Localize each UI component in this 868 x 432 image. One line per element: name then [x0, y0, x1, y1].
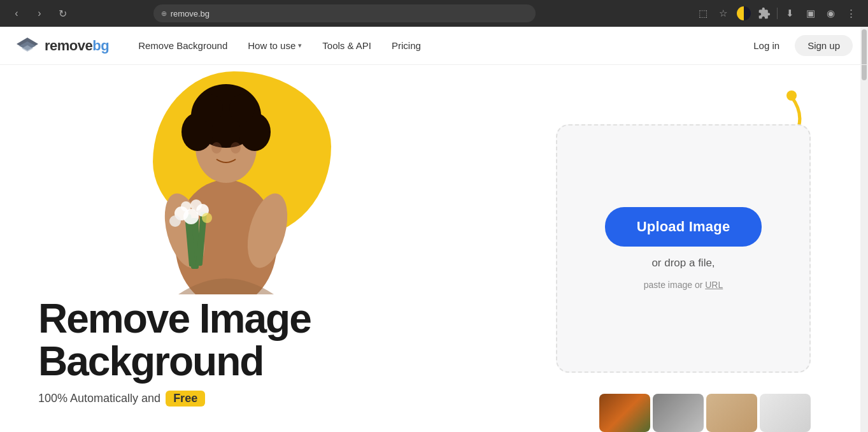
- address-bar[interactable]: ⊕ remove.bg: [153, 4, 536, 22]
- sidebar-icon[interactable]: ▣: [802, 4, 820, 22]
- nav-remove-background[interactable]: Remove Background: [129, 35, 236, 56]
- hero-image: [115, 65, 357, 294]
- divider: [777, 8, 778, 19]
- svg-point-14: [231, 142, 241, 154]
- nav-how-to-use[interactable]: How to use ▾: [239, 35, 311, 56]
- svg-point-12: [229, 94, 255, 122]
- svg-point-23: [202, 213, 212, 223]
- sample-thumb-2[interactable]: [653, 394, 704, 432]
- chrome-menu[interactable]: ⋮: [843, 4, 860, 22]
- sample-thumb-3[interactable]: [706, 394, 757, 432]
- svg-point-24: [169, 215, 181, 227]
- forward-button[interactable]: ›: [31, 4, 48, 22]
- screen-capture-icon[interactable]: ⬚: [694, 4, 712, 22]
- url-link[interactable]: URL: [705, 280, 723, 290]
- svg-point-25: [786, 90, 797, 101]
- nav-tools-api[interactable]: Tools & API: [313, 35, 380, 56]
- sample-images: [599, 394, 811, 432]
- svg-point-11: [197, 94, 223, 122]
- svg-point-22: [181, 201, 191, 212]
- bookmark-icon[interactable]: ☆: [715, 4, 732, 22]
- signup-button[interactable]: Sign up: [795, 35, 853, 56]
- hero-right: Upload Image or drop a file, paste image…: [537, 65, 830, 432]
- nav-pricing[interactable]: Pricing: [383, 35, 430, 56]
- hero-left: Remove Image Background 100% Automatical…: [38, 65, 537, 432]
- hero-title: Remove Image Background: [38, 298, 537, 383]
- chevron-down-icon: ▾: [298, 41, 302, 50]
- puzzle-icon: [758, 7, 771, 20]
- free-badge: Free: [166, 391, 205, 407]
- speedtest-icon[interactable]: ◉: [822, 4, 840, 22]
- download-icon[interactable]: ⬇: [781, 4, 799, 22]
- svg-point-13: [211, 142, 222, 154]
- hero-subtitle: 100% Automatically and Free: [38, 391, 537, 407]
- theme-toggle[interactable]: [735, 4, 753, 22]
- svg-point-21: [190, 199, 202, 211]
- back-button[interactable]: ‹: [8, 4, 25, 22]
- browser-right-controls: ⬚ ☆ ⬇ ▣ ◉ ⋮: [694, 4, 860, 22]
- nav-right: Log in Sign up: [743, 35, 853, 56]
- url-text: remove.bg: [171, 9, 210, 18]
- hero-heading: Remove Image Background 100% Automatical…: [38, 298, 537, 407]
- person-illustration: [127, 65, 331, 294]
- theme-icon: [737, 6, 751, 20]
- login-button[interactable]: Log in: [743, 35, 790, 56]
- navbar: removebg Remove Background How to use ▾ …: [0, 27, 868, 65]
- upload-image-button[interactable]: Upload Image: [605, 207, 762, 247]
- drop-file-text: or drop a file,: [651, 257, 715, 270]
- browser-chrome: ‹ › ↻ ⊕ remove.bg ⬚ ☆ ⬇ ▣ ◉ ⋮: [0, 0, 868, 27]
- logo-icon: [15, 36, 39, 55]
- reload-button[interactable]: ↻: [53, 4, 71, 22]
- paste-text: paste image or URL: [644, 280, 723, 290]
- upload-card[interactable]: Upload Image or drop a file, paste image…: [556, 124, 811, 373]
- logo[interactable]: removebg: [15, 36, 109, 55]
- scrollbar[interactable]: [860, 27, 868, 432]
- sample-thumb-4[interactable]: [760, 394, 811, 432]
- logo-text: removebg: [45, 38, 109, 54]
- nav-links: Remove Background How to use ▾ Tools & A…: [129, 35, 743, 56]
- sample-thumb-1[interactable]: [599, 394, 650, 432]
- hero-section: Remove Image Background 100% Automatical…: [0, 65, 868, 432]
- secure-icon: ⊕: [161, 10, 167, 18]
- extensions-icon[interactable]: [755, 4, 773, 22]
